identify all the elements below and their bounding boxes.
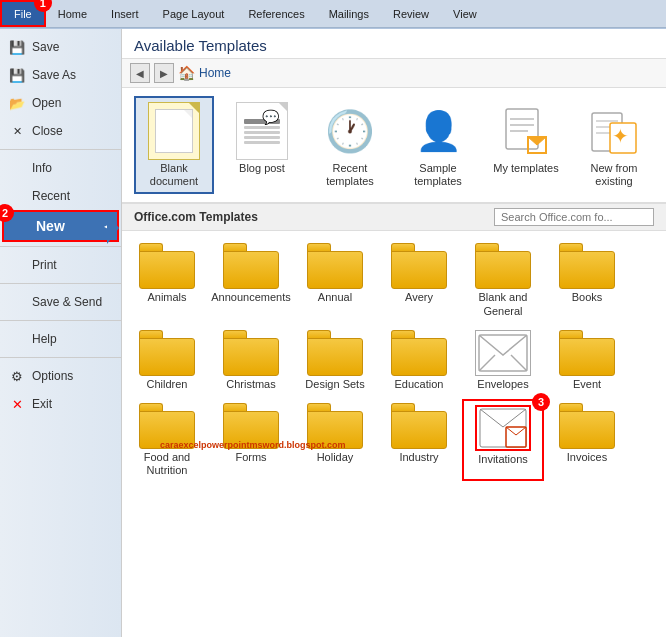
office-header: Office.com Templates	[122, 204, 666, 231]
new-icon	[12, 217, 30, 235]
sidebar-item-info[interactable]: Info	[0, 154, 121, 182]
folder-envelopes-label: Envelopes	[477, 378, 528, 391]
folder-invitations[interactable]: Invitations 3	[462, 399, 544, 481]
sidebar-item-new[interactable]: New ◀ 2	[2, 210, 119, 242]
template-blank[interactable]: Blank document	[134, 96, 214, 194]
main-container: 💾 Save 💾 Save As 📂 Open ✕ Close Info Rec…	[0, 29, 666, 637]
sidebar-item-close[interactable]: ✕ Close	[0, 117, 121, 145]
folder-holiday-label: Holiday	[317, 451, 354, 464]
tab-file-label: File	[14, 8, 32, 20]
folder-holiday-icon	[307, 403, 363, 449]
content-area: Available Templates ◀ ▶ 🏠 Home Blank doc…	[122, 29, 666, 637]
ribbon-tab-bar: File 1 Home Insert Page Layout Reference…	[0, 0, 666, 28]
sidebar-item-print[interactable]: Print	[0, 251, 121, 279]
content-title: Available Templates	[122, 29, 666, 59]
divider-2	[0, 246, 121, 247]
folder-envelopes[interactable]: Envelopes	[462, 326, 544, 395]
tab-insert[interactable]: Insert	[99, 0, 151, 27]
tab-page-layout[interactable]: Page Layout	[151, 0, 237, 27]
svg-text:✦: ✦	[612, 125, 629, 147]
save-as-icon: 💾	[8, 66, 26, 84]
folder-industry[interactable]: Industry	[378, 399, 460, 481]
folder-invoices-label: Invoices	[567, 451, 607, 464]
home-icon: 🏠	[178, 65, 195, 81]
folder-row-2: Children Christmas Design Sets	[126, 326, 662, 395]
sidebar-item-save-send[interactable]: Save & Send	[0, 288, 121, 316]
folder-industry-label: Industry	[399, 451, 438, 464]
folder-holiday[interactable]: Holiday	[294, 399, 376, 481]
folder-grid: Animals Announcements Annual	[122, 231, 666, 637]
folder-animals-label: Animals	[147, 291, 186, 304]
folder-blank-general[interactable]: Blank and General	[462, 239, 544, 321]
folder-invoices-icon	[559, 403, 615, 449]
tab-view[interactable]: View	[441, 0, 489, 27]
folder-books[interactable]: Books	[546, 239, 628, 321]
sidebar-item-open[interactable]: 📂 Open	[0, 89, 121, 117]
folder-education[interactable]: Education	[378, 326, 460, 395]
folder-annual[interactable]: Annual	[294, 239, 376, 321]
folder-food-nutrition[interactable]: Food and Nutrition	[126, 399, 208, 481]
sample-templates-icon: 👤	[408, 102, 468, 160]
nav-back-button[interactable]: ◀	[130, 63, 150, 83]
folder-design-sets-icon	[307, 330, 363, 376]
tab-file[interactable]: File 1	[0, 0, 46, 27]
nav-forward-button[interactable]: ▶	[154, 63, 174, 83]
tab-home[interactable]: Home	[46, 0, 99, 27]
folder-education-icon	[391, 330, 447, 376]
tab-references[interactable]: References	[236, 0, 316, 27]
folder-christmas[interactable]: Christmas	[210, 326, 292, 395]
print-icon	[8, 256, 26, 274]
folder-annual-icon	[307, 243, 363, 289]
sidebar-item-recent[interactable]: Recent	[0, 182, 121, 210]
folder-forms[interactable]: Forms	[210, 399, 292, 481]
template-sample-label: Sample templates	[404, 162, 472, 188]
folder-announcements[interactable]: Announcements	[210, 239, 292, 321]
folder-food-nutrition-icon	[139, 403, 195, 449]
template-recent[interactable]: 🕐 Recent templates	[310, 96, 390, 194]
ribbon: File 1 Home Insert Page Layout Reference…	[0, 0, 666, 29]
sidebar-item-save[interactable]: 💾 Save	[0, 33, 121, 61]
search-input[interactable]	[494, 208, 654, 226]
folder-food-nutrition-label: Food and Nutrition	[128, 451, 206, 477]
help-icon	[8, 330, 26, 348]
open-icon: 📂	[8, 94, 26, 112]
folder-animals[interactable]: Animals	[126, 239, 208, 321]
folder-industry-icon	[391, 403, 447, 449]
new-from-existing-icon: ✦	[584, 102, 644, 160]
nav-bar: ◀ ▶ 🏠 Home	[122, 59, 666, 88]
folder-invoices[interactable]: Invoices	[546, 399, 628, 481]
folder-event-label: Event	[573, 378, 601, 391]
nav-home-button[interactable]: 🏠 Home	[178, 65, 231, 81]
folder-children[interactable]: Children	[126, 326, 208, 395]
sidebar-item-exit[interactable]: ✕ Exit	[0, 390, 121, 418]
folder-children-label: Children	[147, 378, 188, 391]
exit-icon: ✕	[8, 395, 26, 413]
template-my-label: My templates	[493, 162, 558, 175]
folder-blank-general-icon	[475, 243, 531, 289]
my-templates-icon	[496, 102, 556, 160]
sidebar-item-options[interactable]: ⚙ Options	[0, 362, 121, 390]
template-new-existing[interactable]: ✦ New from existing	[574, 96, 654, 194]
divider-5	[0, 357, 121, 358]
save-send-icon	[8, 293, 26, 311]
sidebar-item-help[interactable]: Help	[0, 325, 121, 353]
folder-forms-icon	[223, 403, 279, 449]
tab-review[interactable]: Review	[381, 0, 441, 27]
folder-annual-label: Annual	[318, 291, 352, 304]
top-templates-row: Blank document 💬	[122, 88, 666, 204]
folder-announcements-icon	[223, 243, 279, 289]
template-my[interactable]: My templates	[486, 96, 566, 194]
folder-event[interactable]: Event	[546, 326, 628, 395]
template-sample[interactable]: 👤 Sample templates	[398, 96, 478, 194]
folder-christmas-icon	[223, 330, 279, 376]
folder-books-icon	[559, 243, 615, 289]
folder-avery[interactable]: Avery	[378, 239, 460, 321]
folder-design-sets-label: Design Sets	[305, 378, 364, 391]
tab-mailings[interactable]: Mailings	[317, 0, 381, 27]
folder-envelopes-icon	[475, 330, 531, 376]
template-blank-label: Blank document	[140, 162, 208, 188]
sidebar-item-save-as[interactable]: 💾 Save As	[0, 61, 121, 89]
template-blog[interactable]: 💬 Blog post	[222, 96, 302, 194]
folder-education-label: Education	[395, 378, 444, 391]
folder-design-sets[interactable]: Design Sets	[294, 326, 376, 395]
